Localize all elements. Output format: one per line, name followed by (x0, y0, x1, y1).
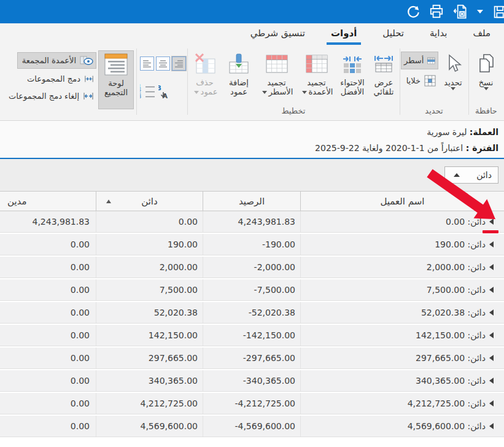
tab-conditional-formatting[interactable]: تنسيق شرطي (246, 25, 309, 45)
freeze-rows-button[interactable]: تجميد الأسطر (257, 50, 296, 109)
group-cell[interactable]: دائن: 2,000.00 (301, 257, 504, 278)
table-body: دائن: 0.00 4,243,981.83 0.00 4,243,981.8… (0, 211, 504, 437)
copy-label: نسخ (479, 78, 494, 87)
credit-cell: 297,665.00 (96, 348, 203, 368)
autofit-width-button[interactable]: عرض تلقائي (368, 50, 399, 109)
group-cell[interactable]: دائن: 297,665.00 (301, 348, 504, 368)
freeze-columns-button[interactable]: تجميد الأعمدة (297, 50, 336, 109)
group-cell[interactable]: دائن: 7,500.00 (301, 279, 504, 300)
add-column-label: إضافة عمود (222, 78, 256, 96)
table-row-group[interactable]: دائن: 142,150.00 -142,150.00 142,150.00 … (0, 325, 504, 346)
numbered-list-button[interactable]: 1 2 3 (140, 84, 156, 102)
balance-cell: 4,243,981.83 (203, 211, 301, 232)
table-row-group[interactable]: دائن: 4,569,600.00 -4,569,600.00 4,569,6… (0, 416, 504, 437)
column-header-credit[interactable]: دائن (96, 192, 203, 211)
tab-analysis[interactable]: تحليل (378, 25, 408, 45)
grid-header: اسم العميل الرصيد دائن مدين (0, 191, 504, 211)
table-row-group[interactable]: دائن: 0.00 4,243,981.83 0.00 4,243,981.8… (0, 211, 504, 233)
unmerge-groups-icon (83, 91, 94, 101)
refresh-button[interactable] (404, 2, 421, 21)
table-row-group[interactable]: دائن: 52,020.38 -52,020.38 52,020.38 0.0… (0, 302, 504, 324)
table-row-group[interactable]: دائن: 190.00 -190.00 190.00 0.00 (0, 234, 504, 255)
group-cell[interactable]: دائن: 52,020.38 (301, 302, 504, 323)
group-label: دائن: 142,150.00 (416, 330, 486, 340)
best-fit-button[interactable]: الاحتواء الأفضل (337, 50, 368, 109)
copy-button[interactable]: نسخ (470, 50, 502, 109)
debit-cell: 0.00 (0, 279, 96, 300)
delete-column-button[interactable]: حذف عمود (188, 50, 221, 109)
merge-groups-item[interactable]: دمج المجموعات (25, 71, 96, 87)
sort-alphabetical-button[interactable]: AB A (158, 84, 176, 102)
select-cursor-icon (444, 53, 462, 74)
group-cell[interactable]: دائن: 0.00 (301, 211, 504, 232)
currency-label: العملة: (470, 127, 498, 137)
dropdown-caret-icon (477, 10, 483, 14)
select-rows-toggle[interactable]: أسطر (401, 52, 438, 69)
select-button[interactable]: تحديد (438, 50, 468, 109)
grouped-columns-toggle[interactable]: الأعمدة المجمعة (17, 52, 96, 69)
group-by-panel: دائن (0, 159, 504, 191)
group-label: دائن: 4,212,725.00 (408, 398, 486, 408)
expand-group-icon[interactable] (489, 219, 494, 225)
expand-group-icon[interactable] (489, 355, 494, 361)
save-button[interactable] (491, 2, 504, 21)
tab-tools[interactable]: أدوات (327, 25, 361, 45)
group-by-chip-label: دائن (476, 170, 492, 180)
table-row-group[interactable]: دائن: 4,212,725.00 -4,212,725.00 4,212,7… (0, 393, 504, 414)
export-options-button[interactable] (476, 2, 484, 21)
debit-cell: 0.00 (0, 257, 96, 278)
balance-cell: -4,212,725.00 (203, 393, 301, 414)
group-cell[interactable]: دائن: 4,212,725.00 (301, 393, 504, 414)
group-label: دائن: 7,500.00 (427, 285, 486, 295)
column-header-label: دائن (141, 196, 157, 207)
column-header-label: الرصيد (239, 196, 265, 207)
ribbon-tabs: ملف بداية تحليل أدوات تنسيق شرطي (0, 23, 504, 45)
group-separator (400, 49, 400, 115)
expand-group-icon[interactable] (489, 264, 494, 270)
group-label: دائن: 52,020.38 (421, 308, 486, 317)
unmerge-groups-item[interactable]: إلغاء دمج المجموعات (3, 88, 96, 104)
align-center-button[interactable] (156, 56, 170, 71)
freeze-rows-icon (265, 54, 289, 74)
table-row-group[interactable]: دائن: 340,365.00 -340,365.00 340,365.00 … (0, 370, 504, 392)
table-row-group[interactable]: دائن: 2,000.00 -2,000.00 2,000.00 0.00 (0, 257, 504, 278)
column-header-balance[interactable]: الرصيد (203, 192, 301, 211)
group-cell[interactable]: دائن: 190.00 (301, 234, 504, 255)
credit-cell: 190.00 (96, 234, 203, 255)
group-label: دائن: 340,365.00 (416, 376, 486, 386)
tab-file[interactable]: ملف (468, 25, 495, 45)
expand-group-icon[interactable] (489, 241, 494, 247)
column-header-debit[interactable]: مدين (0, 192, 96, 211)
group-cell[interactable]: دائن: 340,365.00 (301, 370, 504, 391)
period-value: اعتباراً من 1-1-2020 ولغاية 22-9-2025 (315, 143, 466, 153)
export-excel-button[interactable] (452, 2, 469, 21)
group-separator (468, 49, 469, 115)
add-column-icon (228, 53, 250, 75)
add-column-button[interactable]: إضافة عمود (222, 50, 256, 109)
svg-text:3: 3 (140, 94, 141, 99)
table-row-group[interactable]: دائن: 297,665.00 -297,665.00 297,665.00 … (0, 348, 504, 369)
group-cell[interactable]: دائن: 4,569,600.00 (301, 416, 504, 437)
expand-group-icon[interactable] (489, 309, 494, 316)
expand-group-icon[interactable] (489, 423, 494, 429)
grouping-panel-button[interactable]: لوحة التجميع (98, 50, 134, 109)
refresh-icon (405, 4, 421, 20)
select-cells-toggle[interactable]: خلايا (401, 72, 438, 89)
tab-home[interactable]: بداية (425, 25, 451, 45)
align-left-button[interactable] (140, 56, 154, 71)
table-row-group[interactable]: دائن: 7,500.00 -7,500.00 7,500.00 0.00 (0, 279, 504, 301)
expand-group-icon[interactable] (489, 378, 494, 384)
group-cell[interactable]: دائن: 142,150.00 (301, 325, 504, 346)
print-button[interactable] (428, 2, 445, 21)
sort-alphabetical-icon: AB A (158, 84, 176, 99)
expand-group-icon[interactable] (489, 332, 494, 338)
align-center-icon (158, 60, 168, 68)
align-right-button[interactable] (172, 56, 186, 71)
expand-group-icon[interactable] (489, 400, 494, 406)
expand-group-icon[interactable] (489, 287, 494, 293)
balance-cell: -340,365.00 (203, 370, 301, 391)
column-header-customer-name[interactable]: اسم العميل (301, 192, 504, 211)
delete-column-label: حذف عمود (196, 78, 217, 96)
export-excel-icon (452, 4, 468, 20)
group-by-chip-credit[interactable]: دائن (444, 166, 498, 184)
